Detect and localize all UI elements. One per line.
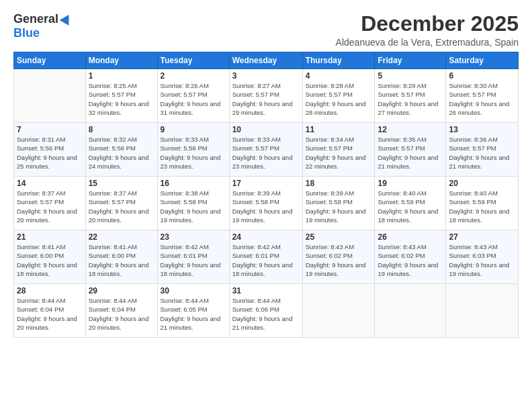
week-row-4: 21Sunrise: 8:41 AMSunset: 6:00 PMDayligh… xyxy=(14,230,519,284)
calendar-cell: 22Sunrise: 8:41 AMSunset: 6:00 PMDayligh… xyxy=(85,230,157,284)
day-info: Sunrise: 8:43 AMSunset: 6:03 PMDaylight:… xyxy=(449,242,515,278)
day-info: Sunrise: 8:25 AMSunset: 5:57 PMDaylight:… xyxy=(89,81,154,117)
calendar-cell: 8Sunrise: 8:32 AMSunset: 5:56 PMDaylight… xyxy=(85,123,157,177)
calendar-cell xyxy=(302,284,375,338)
day-number: 9 xyxy=(161,125,226,134)
week-row-3: 14Sunrise: 8:37 AMSunset: 5:57 PMDayligh… xyxy=(14,177,519,230)
week-row-2: 7Sunrise: 8:31 AMSunset: 5:56 PMDaylight… xyxy=(14,123,519,177)
day-info: Sunrise: 8:39 AMSunset: 5:58 PMDaylight:… xyxy=(306,189,372,224)
weekday-header-wednesday: Wednesday xyxy=(229,52,302,69)
calendar-cell: 17Sunrise: 8:39 AMSunset: 5:58 PMDayligh… xyxy=(229,177,302,230)
logo-triangle-icon xyxy=(60,11,74,25)
day-number: 16 xyxy=(161,179,226,188)
logo-blue: Blue xyxy=(13,26,40,40)
day-number: 17 xyxy=(232,179,300,188)
calendar-cell: 9Sunrise: 8:33 AMSunset: 5:56 PMDaylight… xyxy=(157,123,229,177)
day-info: Sunrise: 8:39 AMSunset: 5:58 PMDaylight:… xyxy=(232,189,300,224)
day-info: Sunrise: 8:44 AMSunset: 6:05 PMDaylight:… xyxy=(161,296,226,332)
day-number: 7 xyxy=(17,125,83,134)
calendar-cell: 16Sunrise: 8:38 AMSunset: 5:58 PMDayligh… xyxy=(157,177,229,230)
calendar-cell: 3Sunrise: 8:27 AMSunset: 5:57 PMDaylight… xyxy=(229,69,302,123)
weekday-header-tuesday: Tuesday xyxy=(157,52,229,69)
day-info: Sunrise: 8:35 AMSunset: 5:57 PMDaylight:… xyxy=(378,135,443,171)
day-number: 3 xyxy=(232,71,300,81)
calendar-cell: 29Sunrise: 8:44 AMSunset: 6:04 PMDayligh… xyxy=(85,284,157,338)
day-number: 2 xyxy=(161,71,226,81)
calendar-cell xyxy=(375,284,446,338)
day-info: Sunrise: 8:40 AMSunset: 5:59 PMDaylight:… xyxy=(378,189,443,224)
weekday-header-monday: Monday xyxy=(85,52,157,69)
weekday-header-row: SundayMondayTuesdayWednesdayThursdayFrid… xyxy=(14,52,519,69)
day-number: 6 xyxy=(449,71,515,81)
day-number: 23 xyxy=(161,232,226,242)
calendar-cell: 7Sunrise: 8:31 AMSunset: 5:56 PMDaylight… xyxy=(14,123,86,177)
day-info: Sunrise: 8:43 AMSunset: 6:02 PMDaylight:… xyxy=(306,242,372,278)
weekday-header-thursday: Thursday xyxy=(302,52,375,69)
day-info: Sunrise: 8:37 AMSunset: 5:57 PMDaylight:… xyxy=(17,189,83,224)
calendar-cell: 25Sunrise: 8:43 AMSunset: 6:02 PMDayligh… xyxy=(302,230,375,284)
day-number: 14 xyxy=(17,179,83,188)
day-info: Sunrise: 8:33 AMSunset: 5:57 PMDaylight:… xyxy=(232,135,300,171)
day-info: Sunrise: 8:27 AMSunset: 5:57 PMDaylight:… xyxy=(232,81,300,117)
day-info: Sunrise: 8:37 AMSunset: 5:57 PMDaylight:… xyxy=(89,189,154,224)
day-info: Sunrise: 8:41 AMSunset: 6:00 PMDaylight:… xyxy=(17,242,83,278)
day-number: 12 xyxy=(378,125,443,134)
calendar-cell: 5Sunrise: 8:29 AMSunset: 5:57 PMDaylight… xyxy=(375,69,446,123)
calendar-cell: 26Sunrise: 8:43 AMSunset: 6:02 PMDayligh… xyxy=(375,230,446,284)
calendar-cell: 28Sunrise: 8:44 AMSunset: 6:04 PMDayligh… xyxy=(14,284,86,338)
calendar-cell: 11Sunrise: 8:34 AMSunset: 5:57 PMDayligh… xyxy=(302,123,375,177)
logo-text: General xyxy=(13,12,72,26)
day-number: 15 xyxy=(89,179,154,188)
day-info: Sunrise: 8:29 AMSunset: 5:57 PMDaylight:… xyxy=(378,81,443,117)
calendar-cell xyxy=(14,69,86,123)
day-number: 22 xyxy=(89,232,154,242)
day-info: Sunrise: 8:31 AMSunset: 5:56 PMDaylight:… xyxy=(17,135,83,171)
day-number: 24 xyxy=(232,232,300,242)
page: General Blue December 2025 Aldeanueva de… xyxy=(0,0,532,411)
day-number: 1 xyxy=(89,71,154,81)
weekday-header-sunday: Sunday xyxy=(14,52,86,69)
header: General Blue December 2025 Aldeanueva de… xyxy=(13,12,519,48)
day-info: Sunrise: 8:44 AMSunset: 6:06 PMDaylight:… xyxy=(232,296,300,332)
day-number: 21 xyxy=(17,232,83,242)
calendar-cell: 23Sunrise: 8:42 AMSunset: 6:01 PMDayligh… xyxy=(157,230,229,284)
day-number: 19 xyxy=(378,179,443,188)
day-number: 29 xyxy=(89,286,154,295)
day-info: Sunrise: 8:42 AMSunset: 6:01 PMDaylight:… xyxy=(232,242,300,278)
calendar-cell: 18Sunrise: 8:39 AMSunset: 5:58 PMDayligh… xyxy=(302,177,375,230)
day-info: Sunrise: 8:44 AMSunset: 6:04 PMDaylight:… xyxy=(89,296,154,332)
logo: General Blue xyxy=(13,12,72,40)
calendar-cell: 27Sunrise: 8:43 AMSunset: 6:03 PMDayligh… xyxy=(446,230,519,284)
day-number: 10 xyxy=(232,125,300,134)
day-info: Sunrise: 8:32 AMSunset: 5:56 PMDaylight:… xyxy=(89,135,154,171)
weekday-header-friday: Friday xyxy=(375,52,446,69)
calendar-cell: 4Sunrise: 8:28 AMSunset: 5:57 PMDaylight… xyxy=(302,69,375,123)
title-section: December 2025 Aldeanueva de la Vera, Ext… xyxy=(336,12,519,48)
day-number: 26 xyxy=(378,232,443,242)
day-number: 8 xyxy=(89,125,154,134)
day-number: 25 xyxy=(306,232,372,242)
day-info: Sunrise: 8:41 AMSunset: 6:00 PMDaylight:… xyxy=(89,242,154,278)
calendar-cell: 19Sunrise: 8:40 AMSunset: 5:59 PMDayligh… xyxy=(375,177,446,230)
day-number: 28 xyxy=(17,286,83,295)
month-title: December 2025 xyxy=(336,12,519,36)
day-number: 31 xyxy=(232,286,300,295)
day-number: 30 xyxy=(161,286,226,295)
day-info: Sunrise: 8:40 AMSunset: 5:59 PMDaylight:… xyxy=(449,189,515,224)
day-info: Sunrise: 8:42 AMSunset: 6:01 PMDaylight:… xyxy=(161,242,226,278)
week-row-1: 1Sunrise: 8:25 AMSunset: 5:57 PMDaylight… xyxy=(14,69,519,123)
day-info: Sunrise: 8:38 AMSunset: 5:58 PMDaylight:… xyxy=(161,189,226,224)
day-info: Sunrise: 8:43 AMSunset: 6:02 PMDaylight:… xyxy=(378,242,443,278)
calendar-cell: 10Sunrise: 8:33 AMSunset: 5:57 PMDayligh… xyxy=(229,123,302,177)
day-info: Sunrise: 8:30 AMSunset: 5:57 PMDaylight:… xyxy=(449,81,515,117)
day-number: 5 xyxy=(378,71,443,81)
day-number: 20 xyxy=(449,179,515,188)
day-number: 4 xyxy=(306,71,372,81)
day-info: Sunrise: 8:44 AMSunset: 6:04 PMDaylight:… xyxy=(17,296,83,332)
calendar-cell: 2Sunrise: 8:26 AMSunset: 5:57 PMDaylight… xyxy=(157,69,229,123)
calendar-cell: 21Sunrise: 8:41 AMSunset: 6:00 PMDayligh… xyxy=(14,230,86,284)
calendar-cell: 14Sunrise: 8:37 AMSunset: 5:57 PMDayligh… xyxy=(14,177,86,230)
logo-general: General xyxy=(13,12,58,26)
calendar-cell: 12Sunrise: 8:35 AMSunset: 5:57 PMDayligh… xyxy=(375,123,446,177)
week-row-5: 28Sunrise: 8:44 AMSunset: 6:04 PMDayligh… xyxy=(14,284,519,338)
